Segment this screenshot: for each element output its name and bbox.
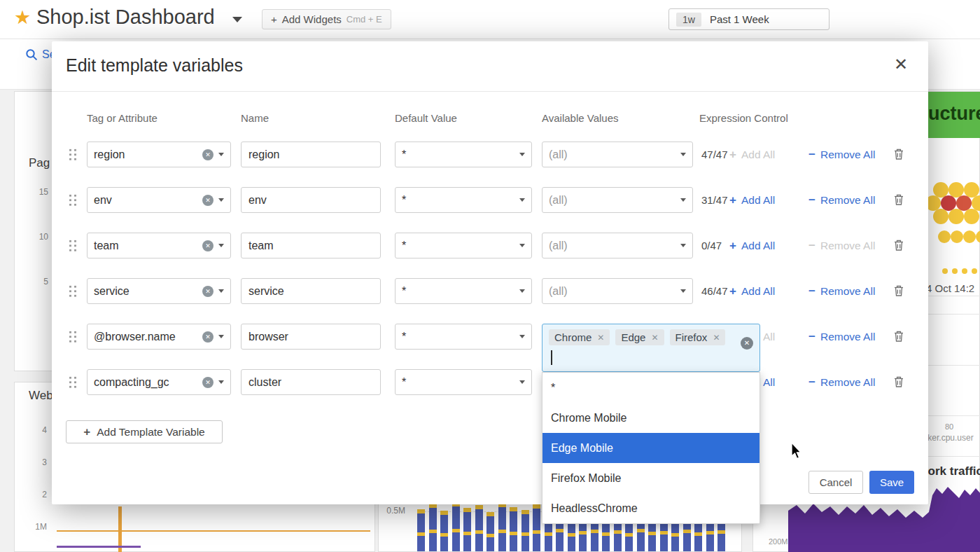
drag-handle-icon[interactable] bbox=[68, 193, 77, 207]
drag-handle-icon[interactable] bbox=[68, 330, 77, 343]
column-header-name: Name bbox=[241, 112, 269, 124]
chip-remove-icon[interactable]: ✕ bbox=[597, 333, 604, 343]
hexagon-node bbox=[951, 230, 963, 243]
remove-all-button[interactable]: −Remove All bbox=[808, 233, 875, 258]
chip-remove-icon[interactable]: ✕ bbox=[713, 333, 720, 343]
tag-select-value: region bbox=[94, 149, 197, 161]
drag-handle-icon[interactable] bbox=[68, 284, 77, 298]
add-all-button[interactable]: +Add All bbox=[729, 187, 775, 213]
remove-all-button[interactable]: −Remove All bbox=[808, 278, 875, 304]
value-chip[interactable]: Firefox✕ bbox=[670, 329, 726, 345]
template-variable-row: service ✕ * (all) 46/47 +Add All −Remove… bbox=[52, 278, 928, 304]
chevron-down-icon bbox=[680, 289, 686, 293]
available-values-select[interactable]: (all) bbox=[542, 142, 693, 167]
clear-icon[interactable]: ✕ bbox=[202, 240, 214, 251]
hexagon-node bbox=[964, 209, 979, 224]
available-values-select[interactable]: (all) bbox=[542, 278, 693, 304]
tag-select[interactable]: @browser.name ✕ bbox=[87, 324, 231, 350]
trash-icon[interactable] bbox=[894, 194, 904, 208]
clear-icon[interactable]: ✕ bbox=[202, 377, 214, 388]
tag-select[interactable]: compacting_gc ✕ bbox=[87, 369, 231, 395]
value-count: 31/47 bbox=[701, 187, 728, 213]
drag-handle-icon[interactable] bbox=[68, 148, 77, 161]
plus-icon: + bbox=[83, 425, 90, 439]
add-widgets-button[interactable]: + Add Widgets Cmd + E bbox=[262, 9, 391, 29]
drag-handle-icon[interactable] bbox=[68, 239, 77, 252]
name-input[interactable] bbox=[241, 187, 381, 213]
hexagon-node bbox=[963, 230, 976, 243]
available-values-select[interactable]: (all) bbox=[542, 187, 693, 213]
trash-icon[interactable] bbox=[894, 240, 904, 254]
y-axis-tick: 0.5M bbox=[384, 506, 405, 516]
clear-icon[interactable]: ✕ bbox=[202, 195, 214, 206]
name-input[interactable] bbox=[241, 278, 381, 304]
clear-icon[interactable]: ✕ bbox=[202, 149, 214, 160]
chevron-down-icon[interactable] bbox=[232, 17, 242, 22]
add-all-button[interactable]: +Add All bbox=[729, 233, 775, 258]
name-input[interactable] bbox=[241, 142, 381, 167]
name-input[interactable] bbox=[241, 233, 381, 258]
trash-icon[interactable] bbox=[894, 285, 904, 299]
cancel-button[interactable]: Cancel bbox=[808, 471, 863, 494]
default-value-select[interactable]: * bbox=[395, 233, 532, 258]
add-widgets-shortcut: Cmd + E bbox=[346, 14, 382, 25]
dropdown-option[interactable]: Firefox Mobile bbox=[542, 463, 760, 493]
widget-title: Web bbox=[29, 389, 53, 403]
available-values-select[interactable]: (all) bbox=[542, 233, 693, 258]
trash-icon[interactable] bbox=[894, 149, 904, 163]
name-input[interactable] bbox=[241, 324, 381, 350]
time-range-selector[interactable]: 1w Past 1 Week bbox=[668, 8, 830, 30]
value-count: 46/47 bbox=[701, 278, 728, 304]
browser-values-multiselect[interactable]: Chrome✕ Edge✕ Firefox✕ ✕ bbox=[542, 324, 760, 372]
default-value-select[interactable]: * bbox=[395, 187, 532, 213]
default-value-select[interactable]: * bbox=[395, 324, 532, 350]
clear-icon[interactable]: ✕ bbox=[202, 286, 214, 297]
tag-select[interactable]: region ✕ bbox=[87, 142, 231, 167]
available-value: (all) bbox=[549, 285, 676, 298]
available-value: (all) bbox=[549, 194, 676, 207]
add-all-button[interactable]: +Add All bbox=[729, 142, 775, 167]
tag-select[interactable]: service ✕ bbox=[87, 278, 231, 304]
dropdown-option[interactable]: * bbox=[542, 373, 760, 403]
close-icon[interactable]: ✕ bbox=[894, 55, 908, 74]
template-variable-row: env ✕ * (all) 31/47 +Add All −Remove All bbox=[52, 187, 928, 213]
plus-icon: + bbox=[729, 239, 736, 253]
tag-select[interactable]: team ✕ bbox=[87, 233, 231, 258]
edit-template-variables-modal: Edit template variables ✕ Tag or Attribu… bbox=[52, 41, 928, 504]
default-value-select[interactable]: * bbox=[395, 278, 532, 304]
chip-label: Chrome bbox=[554, 331, 592, 343]
purple-line-series bbox=[57, 546, 141, 548]
chevron-down-icon bbox=[680, 198, 686, 202]
tag-select[interactable]: env ✕ bbox=[87, 187, 231, 213]
remove-all-button[interactable]: −Remove All bbox=[808, 324, 875, 350]
remove-all-button[interactable]: −Remove All bbox=[808, 187, 875, 213]
dropdown-option[interactable]: Chrome Mobile bbox=[542, 403, 760, 433]
trash-icon[interactable] bbox=[894, 376, 904, 390]
clear-all-icon[interactable]: ✕ bbox=[741, 337, 753, 350]
default-value: * bbox=[402, 331, 514, 343]
dropdown-option-highlighted[interactable]: Edge Mobile bbox=[542, 433, 760, 463]
hexagon-node bbox=[952, 268, 958, 274]
chip-remove-icon[interactable]: ✕ bbox=[651, 333, 658, 343]
tag-select-value: service bbox=[94, 285, 197, 298]
default-value-select[interactable]: * bbox=[395, 369, 532, 395]
drag-handle-icon[interactable] bbox=[68, 375, 77, 389]
name-input[interactable] bbox=[241, 369, 381, 395]
favorite-star-icon[interactable]: ★ bbox=[14, 6, 31, 29]
save-button[interactable]: Save bbox=[869, 471, 914, 494]
trash-icon[interactable] bbox=[894, 331, 904, 345]
value-chip[interactable]: Edge✕ bbox=[615, 329, 664, 345]
orange-line-series bbox=[57, 530, 370, 532]
clear-icon[interactable]: ✕ bbox=[202, 331, 214, 343]
available-value: (all) bbox=[549, 240, 676, 252]
default-value: * bbox=[402, 285, 514, 298]
remove-all-button[interactable]: −Remove All bbox=[808, 142, 875, 167]
default-value-select[interactable]: * bbox=[395, 142, 532, 167]
value-chip[interactable]: Chrome✕ bbox=[549, 329, 610, 345]
add-all-button[interactable]: +Add All bbox=[729, 278, 775, 304]
minus-icon: − bbox=[808, 375, 816, 389]
remove-all-button[interactable]: −Remove All bbox=[808, 369, 875, 395]
add-template-variable-button[interactable]: + Add Template Variable bbox=[66, 420, 223, 443]
dropdown-option[interactable]: HeadlessChrome bbox=[542, 493, 760, 523]
chip-label: Firefox bbox=[676, 331, 708, 343]
